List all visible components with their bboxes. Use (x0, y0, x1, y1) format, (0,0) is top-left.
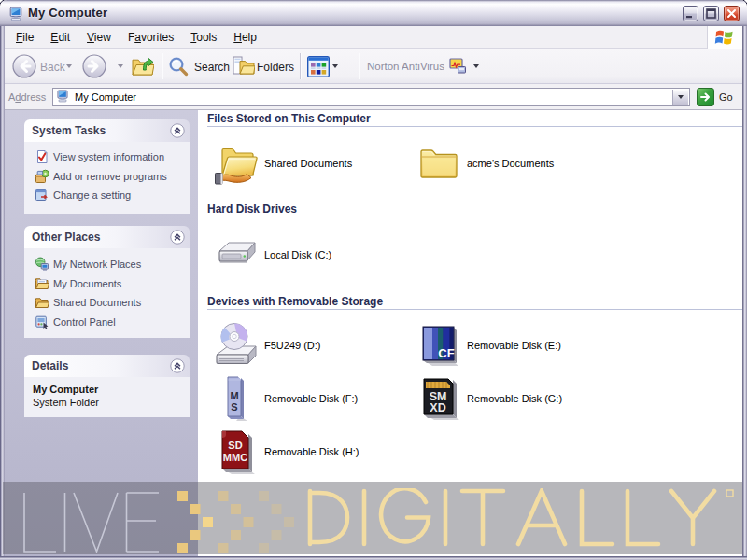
menu-view[interactable]: View (78, 26, 120, 49)
menu-bar: File Edit View Favorites Tools Help (1, 26, 746, 49)
place-my-network-places[interactable]: My Network Places (24, 255, 190, 274)
window-title: My Computer (28, 6, 107, 20)
my-computer-icon (8, 7, 23, 23)
place-shared-documents[interactable]: Shared Documents (24, 293, 190, 313)
cf-card-icon: CF (416, 322, 462, 369)
network-places-icon (35, 257, 49, 273)
my-computer-icon (56, 90, 69, 105)
details-item-name: My Computer (33, 384, 190, 395)
task-view-system-information[interactable]: View system information (24, 147, 190, 167)
memory-stick-icon: M S (213, 375, 260, 422)
search-icon[interactable] (168, 56, 190, 77)
add-remove-programs-icon (35, 169, 49, 186)
window: My Computer File Edit View Favorites Too… (0, 0, 747, 560)
menu-tools[interactable]: Tools (182, 26, 225, 49)
maximize-button[interactable] (703, 6, 719, 21)
window-border-right (742, 26, 747, 560)
other-places-header[interactable]: Other Places (24, 226, 190, 248)
svg-text:S: S (231, 401, 237, 413)
address-label: Address (8, 91, 46, 103)
system-information-icon (35, 149, 49, 166)
toolbar: Back Search Folders (1, 49, 746, 84)
other-places-panel: Other Places (24, 226, 190, 338)
my-documents-icon (35, 276, 49, 293)
menu-edit[interactable]: Edit (42, 26, 78, 49)
watermark-live-text (21, 489, 162, 554)
watermark-pixel-squares (175, 489, 296, 554)
collapse-chevron-icon[interactable] (170, 358, 185, 375)
group-header-hard-disks: Hard Disk Drives (207, 203, 297, 216)
up-button[interactable] (131, 55, 154, 77)
system-tasks-header[interactable]: System Tasks (24, 119, 190, 142)
window-border-bottom (0, 556, 747, 560)
control-panel-icon (35, 315, 49, 331)
place-control-panel[interactable]: Control Panel (24, 313, 190, 332)
menu-help[interactable]: Help (225, 26, 265, 49)
details-panel: Details My Computer System Folder (24, 355, 190, 417)
address-dropdown-button[interactable] (672, 90, 688, 105)
details-item-type: System Folder (33, 397, 190, 408)
norton-dropdown-icon[interactable] (473, 64, 479, 68)
cd-drive-icon (213, 322, 260, 369)
item-removable-disk-e[interactable]: CF Removable Disk (E:) (416, 322, 616, 369)
watermark-banner (3, 482, 742, 554)
folders-label[interactable]: Folders (257, 61, 294, 74)
back-dropdown-icon[interactable] (66, 64, 72, 68)
svg-text:XD: XD (430, 401, 445, 414)
window-border-left (0, 26, 5, 560)
smxd-card-icon: SM XD (416, 375, 462, 422)
place-my-documents[interactable]: My Documents (24, 274, 190, 294)
svg-text:M: M (230, 390, 238, 401)
folder-icon (416, 140, 462, 187)
group-header-removable: Devices with Removable Storage (207, 295, 383, 308)
item-removable-disk-h[interactable]: SD MMC Removable Disk (H:) (213, 428, 414, 475)
norton-antivirus-icon[interactable] (449, 58, 467, 75)
views-icon[interactable] (307, 56, 330, 77)
item-f5u249-d[interactable]: F5U249 (D:) (213, 322, 414, 369)
forward-button[interactable] (82, 54, 106, 78)
svg-text:CF: CF (438, 346, 454, 360)
address-bar: Address My Computer Go (1, 84, 746, 110)
hard-disk-icon (213, 231, 260, 278)
menu-file[interactable]: File (7, 26, 42, 49)
search-label[interactable]: Search (194, 61, 230, 74)
menu-favorites[interactable]: Favorites (120, 26, 182, 49)
watermark-digitally-text (304, 488, 736, 553)
norton-antivirus-label[interactable]: Norton AntiVirus (367, 61, 444, 72)
svg-text:SD: SD (228, 440, 242, 451)
task-change-a-setting[interactable]: Change a setting (24, 186, 190, 205)
minimize-button[interactable] (683, 6, 698, 21)
windows-logo-icon (707, 26, 742, 49)
item-removable-disk-f[interactable]: M S Removable Disk (F:) (213, 375, 414, 422)
close-button[interactable] (724, 6, 740, 21)
forward-dropdown-icon[interactable] (118, 64, 123, 68)
shared-documents-icon (35, 295, 49, 312)
change-setting-icon (35, 188, 49, 204)
address-input[interactable]: My Computer (52, 88, 690, 106)
folders-icon[interactable] (233, 56, 255, 77)
system-tasks-panel: System Tasks (24, 119, 190, 214)
item-acmes-documents[interactable]: acme's Documents (416, 140, 616, 187)
go-label[interactable]: Go (719, 91, 733, 103)
go-button[interactable] (697, 88, 714, 106)
item-shared-documents[interactable]: Shared Documents (213, 140, 414, 187)
address-value: My Computer (75, 91, 136, 103)
title-bar: My Computer (0, 0, 747, 26)
task-add-or-remove-programs[interactable]: Add or remove programs (24, 167, 190, 187)
sdmmc-card-icon: SD MMC (213, 428, 260, 475)
svg-text:MMC: MMC (223, 452, 247, 463)
group-header-files: Files Stored on This Computer (207, 112, 371, 125)
item-local-disk-c[interactable]: Local Disk (C:) (213, 231, 414, 278)
back-label[interactable]: Back (40, 61, 65, 74)
views-dropdown-icon[interactable] (332, 64, 338, 68)
collapse-chevron-icon[interactable] (170, 230, 185, 246)
back-button[interactable] (12, 54, 36, 78)
shared-documents-folder-icon (213, 140, 260, 187)
item-removable-disk-g[interactable]: SM XD Removable Disk (G:) (416, 375, 616, 422)
details-header[interactable]: Details (24, 355, 190, 377)
collapse-chevron-icon[interactable] (170, 123, 185, 140)
